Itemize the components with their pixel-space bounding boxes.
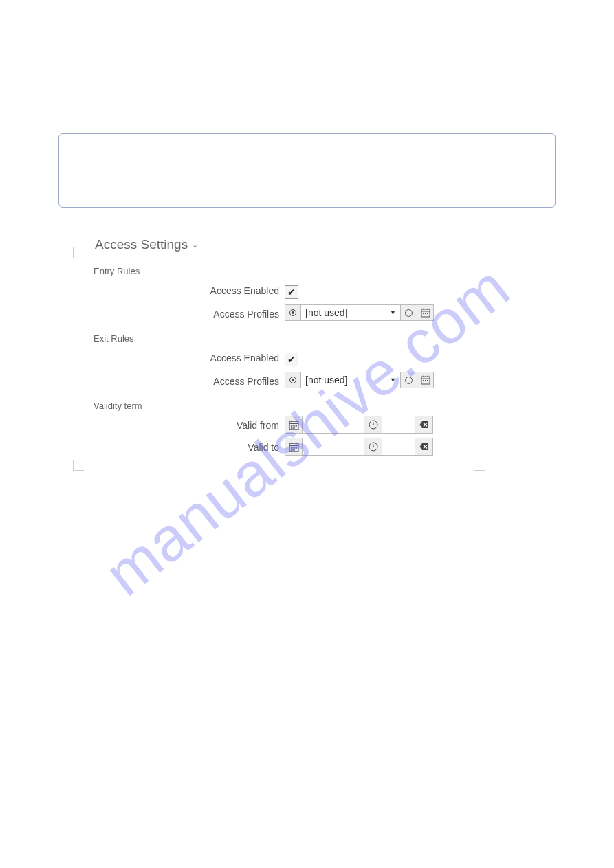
access-settings-panel: Access Settings ⌄ Entry Rules Access Ena… [73,237,485,471]
access-settings-header[interactable]: Access Settings ⌄ [92,237,201,252]
valid-to-label: Valid to [149,442,279,453]
check-icon: ✔ [287,355,296,364]
exit-access-enabled-label: Access Enabled [149,353,279,364]
svg-rect-13 [427,380,428,381]
corner-decoration [73,247,84,258]
corner-decoration [474,460,485,471]
entry-profile-calendar-button[interactable] [417,304,434,321]
svg-rect-22 [293,427,294,428]
exit-access-profiles-label: Access Profiles [149,376,279,387]
valid-from-date-input[interactable] [303,416,364,434]
clear-icon [419,443,429,451]
clear-icon [419,421,429,429]
valid-to-clock-button[interactable] [364,438,382,456]
validity-term-heading: Validity term [94,401,142,411]
svg-rect-6 [427,313,428,314]
valid-to-clear-button[interactable] [415,438,433,456]
valid-to-date-input[interactable] [303,438,364,456]
valid-from-clock-button[interactable] [364,416,382,434]
info-box [58,133,556,208]
exit-profile-target-button[interactable] [285,372,301,388]
svg-rect-35 [291,449,292,450]
entry-access-enabled-label: Access Enabled [149,285,279,296]
valid-from-label: Valid from [149,420,279,431]
svg-rect-20 [295,425,296,426]
chevron-down-icon: ⌄ [192,241,198,249]
svg-rect-36 [293,449,294,450]
svg-rect-12 [425,380,426,381]
calendar-icon [421,308,430,318]
entry-access-enabled-checkbox[interactable]: ✔ [285,285,298,299]
entry-rules-heading: Entry Rules [94,266,140,276]
entry-profile-radio-button[interactable] [401,304,417,321]
target-icon [289,309,296,316]
svg-rect-19 [293,425,294,426]
svg-rect-18 [291,425,292,426]
dropdown-arrow-icon: ▼ [390,377,396,383]
corner-decoration [474,247,485,258]
exit-access-profiles-value: [not used] [305,375,348,386]
check-icon: ✔ [287,287,296,297]
circle-icon [405,309,413,317]
entry-access-profiles-select[interactable]: [not used] ▼ [301,304,401,321]
exit-profile-radio-button[interactable] [401,372,417,388]
svg-rect-33 [293,447,294,448]
dropdown-arrow-icon: ▼ [390,309,396,316]
svg-rect-5 [425,313,426,314]
exit-access-profiles-select[interactable]: [not used] ▼ [301,372,401,388]
valid-to-time-input[interactable] [382,438,415,456]
circle-icon [405,377,413,384]
clock-icon [369,442,378,452]
svg-line-39 [373,447,375,447]
valid-from-time-input[interactable] [382,416,415,434]
entry-access-profiles-value: [not used] [305,307,348,318]
calendar-icon [289,420,299,430]
target-icon [289,377,296,383]
calendar-icon [289,442,299,452]
svg-rect-21 [291,427,292,428]
clock-icon [369,420,378,430]
valid-to-calendar-button[interactable] [285,438,303,456]
svg-rect-34 [295,447,296,448]
svg-rect-4 [423,313,424,314]
corner-decoration [73,460,84,471]
valid-from-clear-button[interactable] [415,416,433,434]
exit-profile-calendar-button[interactable] [417,372,434,388]
svg-line-25 [373,425,375,425]
access-settings-title: Access Settings [95,237,188,252]
valid-from-calendar-button[interactable] [285,416,303,434]
svg-rect-11 [423,380,424,381]
exit-rules-heading: Exit Rules [94,333,134,344]
calendar-icon [421,375,430,385]
svg-rect-32 [291,447,292,448]
entry-access-profiles-label: Access Profiles [149,309,279,320]
entry-profile-target-button[interactable] [285,304,301,321]
exit-access-enabled-checkbox[interactable]: ✔ [285,353,298,366]
